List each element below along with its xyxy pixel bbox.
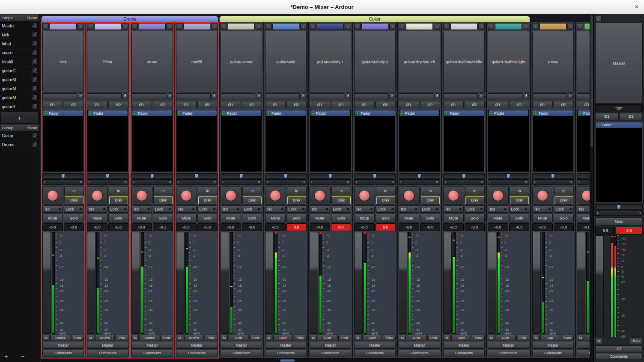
phase-invert-1-button[interactable]: Ø1 bbox=[265, 101, 286, 108]
fader-processor[interactable]: Fader bbox=[533, 110, 573, 116]
pan-slider[interactable] bbox=[131, 173, 173, 179]
sidebar-strip-item-checkbox[interactable]: ✓ bbox=[33, 95, 37, 100]
solo-button[interactable]: Solo bbox=[153, 214, 173, 223]
strip-name-button[interactable]: guitarRhythmMiddle bbox=[443, 31, 485, 92]
comments-button[interactable]: Comments bbox=[577, 350, 590, 356]
gain-display[interactable]: -0.0 bbox=[532, 223, 553, 231]
fader-processor[interactable]: Fader bbox=[444, 110, 484, 116]
trim-knob[interactable] bbox=[301, 93, 307, 99]
input-button[interactable]: - bbox=[354, 93, 389, 100]
sidebar-strip-item[interactable]: guitarM✓ bbox=[0, 93, 39, 102]
fader-processor[interactable]: Fader bbox=[266, 110, 306, 116]
mute-button[interactable]: Mute bbox=[488, 214, 508, 223]
output-button[interactable]: Master bbox=[42, 342, 84, 349]
pan-slider[interactable] bbox=[532, 173, 574, 179]
pan-slider[interactable] bbox=[577, 173, 590, 179]
pan-handle[interactable] bbox=[62, 174, 65, 178]
gain-display[interactable]: -0.0 bbox=[310, 223, 330, 231]
record-arm-button[interactable] bbox=[225, 190, 236, 201]
pan-handle[interactable] bbox=[462, 174, 465, 178]
phase-invert-1-button[interactable]: Ø1 bbox=[399, 101, 419, 108]
monitor-input-button[interactable]: In bbox=[109, 187, 129, 195]
channel-strip-guitarRhythmLeft[interactable]: ≡×guitarRhythmLeft-Ø1Ø2FaderLRInDiskIsoL… bbox=[397, 22, 441, 359]
monitor-disk-button[interactable]: Disk bbox=[376, 196, 396, 205]
solo-lock-button[interactable]: Lock bbox=[331, 205, 352, 213]
m-button[interactable]: M bbox=[265, 335, 272, 341]
solo-button[interactable]: Solo bbox=[286, 214, 307, 223]
pan-slider[interactable] bbox=[310, 173, 351, 179]
mute-button[interactable]: Mute bbox=[443, 214, 464, 223]
metering-point-button[interactable]: Post bbox=[427, 335, 440, 341]
gain-display[interactable]: -0.0 bbox=[131, 223, 152, 231]
mute-button[interactable]: Mute bbox=[532, 214, 553, 223]
output-button[interactable]: Master bbox=[443, 342, 485, 349]
m-button[interactable]: M bbox=[595, 338, 602, 344]
processor-box[interactable]: Fader bbox=[354, 110, 396, 172]
processor-box[interactable]: Fader bbox=[131, 110, 173, 172]
processor-box[interactable]: Fader bbox=[42, 110, 84, 172]
record-arm-button[interactable] bbox=[181, 190, 192, 201]
pan-handle[interactable] bbox=[507, 174, 510, 178]
gain-fader[interactable] bbox=[488, 232, 496, 334]
m-button[interactable]: M bbox=[176, 335, 183, 341]
pan-handle[interactable] bbox=[617, 205, 620, 209]
comments-button[interactable]: Comments bbox=[221, 350, 262, 356]
output-button[interactable]: Master bbox=[265, 342, 307, 349]
processor-box[interactable]: Fader bbox=[532, 110, 574, 172]
monitor-disk-button[interactable]: Disk bbox=[153, 196, 173, 205]
strip-menu-button[interactable]: ≡ bbox=[577, 23, 583, 30]
master-strip[interactable]: ≡ Master *28* Ø1 Ø2 Fader L R Mute -9.5 bbox=[593, 14, 644, 362]
phase-invert-2-button[interactable]: Ø2 bbox=[153, 101, 173, 108]
pan-handle[interactable] bbox=[373, 174, 376, 178]
processor-active-led[interactable] bbox=[490, 112, 492, 115]
mute-button[interactable]: Mute bbox=[87, 214, 107, 223]
strip-color-swatch[interactable] bbox=[584, 23, 590, 30]
mute-button[interactable]: Mute bbox=[310, 214, 330, 223]
gain-fader[interactable] bbox=[265, 232, 274, 334]
solo-lock-button[interactable]: Lock bbox=[376, 205, 396, 213]
fader-processor[interactable]: Fader bbox=[132, 110, 172, 116]
strip-hide-button[interactable]: × bbox=[167, 23, 173, 30]
sidebar-group-item-checkbox[interactable]: ✓ bbox=[33, 142, 37, 147]
gain-fader[interactable] bbox=[131, 232, 140, 334]
record-arm-button[interactable] bbox=[448, 190, 459, 201]
peak-display[interactable]: -0.1 bbox=[153, 223, 173, 231]
solo-isolate-button[interactable]: Iso bbox=[577, 205, 590, 213]
peak-display[interactable]: -0.0 bbox=[465, 223, 485, 231]
group-button[interactable]: Drums bbox=[95, 335, 115, 341]
m-button[interactable]: M bbox=[577, 335, 584, 341]
metering-point-button[interactable]: Post bbox=[116, 335, 128, 341]
output-button[interactable]: Master bbox=[354, 342, 396, 349]
phase-invert-1-button[interactable]: Ø1 bbox=[577, 101, 590, 108]
m-button[interactable]: M bbox=[221, 335, 228, 341]
pan-handle[interactable] bbox=[106, 174, 109, 178]
horizontal-scrollbar[interactable] bbox=[41, 359, 590, 362]
monitor-disk-button[interactable]: Disk bbox=[242, 196, 262, 205]
peak-display[interactable]: 0.0 bbox=[376, 223, 396, 231]
sidebar-group-item[interactable]: Guitar✓ bbox=[0, 131, 39, 140]
gain-display[interactable]: -0.0 bbox=[488, 223, 508, 231]
solo-button[interactable]: Solo bbox=[465, 214, 485, 223]
solo-isolate-button[interactable]: Iso bbox=[176, 205, 197, 213]
trim-knob[interactable] bbox=[256, 93, 262, 99]
channel-strip-guitarRhythmRight[interactable]: ≡×guitarRhythmRight-Ø1Ø2FaderLRInDiskIso… bbox=[486, 22, 531, 359]
gain-fader[interactable] bbox=[399, 232, 407, 334]
fader-processor[interactable]: Fader bbox=[489, 110, 528, 116]
solo-isolate-button[interactable]: Iso bbox=[354, 205, 375, 213]
channel-strip-guitarMain[interactable]: ≡×guitarMain-Ø1Ø2FaderLRInDiskIsoLockMut… bbox=[264, 22, 308, 359]
sidebar-strip-item[interactable]: tomfill✓ bbox=[0, 57, 39, 66]
strip-color-swatch[interactable] bbox=[139, 23, 166, 30]
phase-invert-1-button[interactable]: Ø1 bbox=[221, 101, 241, 108]
strip-menu-button[interactable]: ≡ bbox=[595, 15, 602, 22]
phase-invert-2-button[interactable]: Ø2 bbox=[620, 113, 643, 120]
phase-invert-1-button[interactable]: Ø1 bbox=[87, 101, 107, 108]
processor-box[interactable]: Fader bbox=[265, 110, 307, 172]
trim-knob[interactable] bbox=[523, 93, 529, 99]
pan-slider[interactable] bbox=[176, 173, 218, 179]
solo-isolate-button[interactable]: Iso bbox=[265, 205, 286, 213]
trim-knob[interactable] bbox=[167, 93, 173, 99]
m-button[interactable]: M bbox=[354, 335, 361, 341]
comments-button[interactable]: Comments bbox=[87, 350, 128, 356]
phase-invert-1-button[interactable]: Ø1 bbox=[595, 113, 619, 120]
mute-button[interactable]: Mute bbox=[42, 214, 63, 223]
